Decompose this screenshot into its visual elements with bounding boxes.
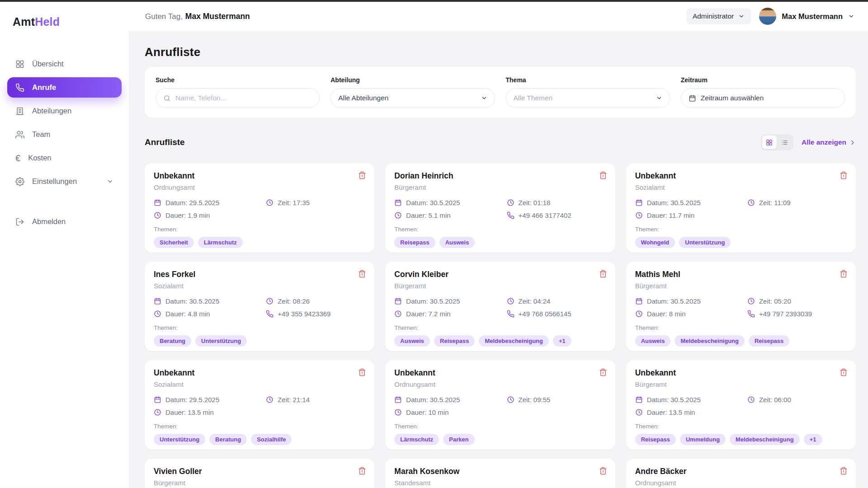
card-detail-text: Dauer: 8 min [647, 310, 686, 318]
delete-call-button[interactable] [839, 170, 849, 180]
card-detail: Datum: 30.5.2025 [635, 199, 747, 206]
building-icon [15, 107, 24, 116]
card-detail-text: Datum: 30.5.2025 [647, 396, 701, 404]
sidebar-item-uebersicht[interactable]: Übersicht [7, 54, 122, 74]
card-detail-text: Zeit: 17:35 [278, 199, 310, 206]
topic-tag: Unterstützung [195, 335, 247, 347]
window-top-bar [0, 0, 868, 2]
sidebar-item-anrufe[interactable]: Anrufe [7, 77, 122, 98]
card-detail: Zeit: 04:24 [507, 297, 606, 305]
search-input[interactable] [175, 94, 312, 102]
topic-tag: Reisepass [749, 335, 789, 347]
filter-search: Suche [156, 76, 320, 108]
topic-tag: Ummeldung [680, 434, 726, 445]
card-department: Sozialamt [635, 183, 847, 191]
sidebar-logout-nav: Abmelden [0, 211, 129, 232]
delete-call-button[interactable] [357, 367, 367, 377]
calendar-icon [154, 297, 161, 305]
app-logo: AmtHeld [0, 2, 129, 28]
trash-icon [840, 467, 848, 475]
delete-call-button[interactable] [598, 466, 608, 476]
logo-part-1: Amt [13, 15, 35, 28]
sidebar-nav: Übersicht Anrufe Abteilungen Team € Kost… [0, 54, 129, 192]
card-caller-name: Corvin Kleiber [394, 270, 606, 279]
gear-icon [15, 177, 24, 186]
calendar-icon [635, 199, 643, 206]
department-select[interactable]: Alle Abteilungen [330, 88, 495, 108]
card-details: Datum: 30.5.2025Zeit: 08:26Dauer: 4.8 mi… [154, 297, 365, 318]
calendar-icon [394, 396, 402, 404]
card-caller-name: Vivien Goller [154, 467, 365, 476]
card-caller-name: Mathis Mehl [635, 270, 847, 279]
sidebar-item-team[interactable]: Team [7, 124, 122, 145]
card-detail-text: Dauer: 4.8 min [165, 310, 210, 318]
clock-icon [747, 297, 755, 305]
card-detail: +49 797 2393039 [747, 310, 847, 318]
user-menu[interactable]: Max Mustermann [759, 8, 854, 25]
topic-select[interactable]: Alle Themen [506, 88, 670, 108]
greeting-text: Guten Tag, [145, 12, 183, 21]
card-detail: Dauer: 5.1 min [394, 211, 506, 219]
card-detail-text: Datum: 29.5.2025 [165, 199, 219, 206]
card-department: Bürgeramt [635, 380, 847, 388]
sidebar-item-kosten[interactable]: € Kosten [7, 148, 122, 168]
card-detail-text: Dauer: 13.5 min [165, 408, 214, 416]
card-detail: Dauer: 13.5 min [154, 408, 266, 416]
sidebar-item-einstellungen[interactable]: Einstellungen [7, 171, 122, 192]
delete-call-button[interactable] [357, 170, 367, 180]
card-topics-label: Themen: [635, 423, 847, 430]
card-detail-text: Dauer: 5.1 min [406, 211, 450, 219]
delete-call-button[interactable] [598, 269, 608, 279]
card-detail-text: +49 466 3177402 [519, 211, 571, 219]
period-picker[interactable]: Zeitraum auswählen [681, 88, 845, 108]
card-details: Datum: 30.5.2025Zeit: 01:18Dauer: 5.1 mi… [394, 199, 606, 219]
role-dropdown[interactable]: Administrator [686, 8, 751, 24]
delete-call-button[interactable] [357, 269, 367, 279]
card-topic-tags: ReisepassUmmeldungMeldebescheinigung+1 [635, 434, 847, 445]
clock-icon [394, 408, 402, 416]
card-department: Bürgeramt [635, 282, 847, 290]
card-detail-text: Dauer: 13.5 min [647, 408, 695, 416]
card-detail-text: Zeit: 05:20 [759, 297, 791, 305]
card-topics-label: Themen: [154, 423, 365, 430]
card-detail: Zeit: 08:26 [266, 297, 365, 305]
card-detail-text: Datum: 30.5.2025 [647, 199, 701, 206]
calendar-icon [635, 396, 643, 404]
card-detail: Zeit: 06:00 [747, 396, 847, 404]
card-details: Datum: 30.5.2025Zeit: 05:20Dauer: 8 min+… [635, 297, 847, 318]
card-detail-text: Datum: 29.5.2025 [165, 396, 219, 404]
card-detail-text: Dauer: 10 min [406, 408, 448, 416]
search-field[interactable] [156, 88, 320, 108]
call-card: Unbekannt Bürgeramt Datum: 30.5.2025Zeit… [626, 360, 856, 450]
delete-call-button[interactable] [839, 367, 849, 377]
delete-call-button[interactable] [357, 466, 367, 476]
call-card: Unbekannt Ordnungsamt Datum: 30.5.2025Ze… [385, 360, 615, 450]
card-detail: Datum: 30.5.2025 [635, 396, 747, 404]
greeting-user-name: Max Mustermann [185, 12, 250, 21]
phone-icon [747, 310, 755, 318]
card-department: Ordnungsamt [394, 380, 606, 388]
trash-icon [358, 270, 366, 278]
phone-icon [507, 211, 514, 219]
sidebar-item-abteilungen[interactable]: Abteilungen [7, 101, 122, 121]
topic-tag: +1 [553, 335, 571, 347]
delete-call-button[interactable] [839, 269, 849, 279]
card-topics-label: Themen: [154, 324, 365, 331]
delete-call-button[interactable] [839, 466, 849, 476]
sidebar-item-label: Team [32, 130, 50, 139]
card-detail: Datum: 29.5.2025 [154, 396, 266, 404]
show-all-link[interactable]: Alle anzeigen [802, 138, 856, 146]
list-view-button[interactable] [778, 136, 792, 149]
grid-view-button[interactable] [762, 136, 777, 149]
card-topic-tags: UnterstützungBeratungSozialhilfe [154, 434, 365, 445]
sidebar-item-label: Kosten [28, 154, 51, 162]
call-card: Unbekannt Sozialamt Datum: 29.5.2025Zeit… [145, 360, 374, 450]
card-details: Datum: 30.5.2025Zeit: 09:55Dauer: 10 min [394, 396, 606, 416]
sidebar: AmtHeld Übersicht Anrufe Abteilungen Tea… [0, 2, 129, 488]
card-detail: Datum: 30.5.2025 [394, 199, 506, 206]
delete-call-button[interactable] [598, 170, 608, 180]
card-details: Datum: 29.5.2025Zeit: 17:35Dauer: 1.9 mi… [154, 199, 365, 219]
delete-call-button[interactable] [598, 367, 608, 377]
avatar [759, 8, 776, 25]
sidebar-item-abmelden[interactable]: Abmelden [7, 211, 122, 232]
